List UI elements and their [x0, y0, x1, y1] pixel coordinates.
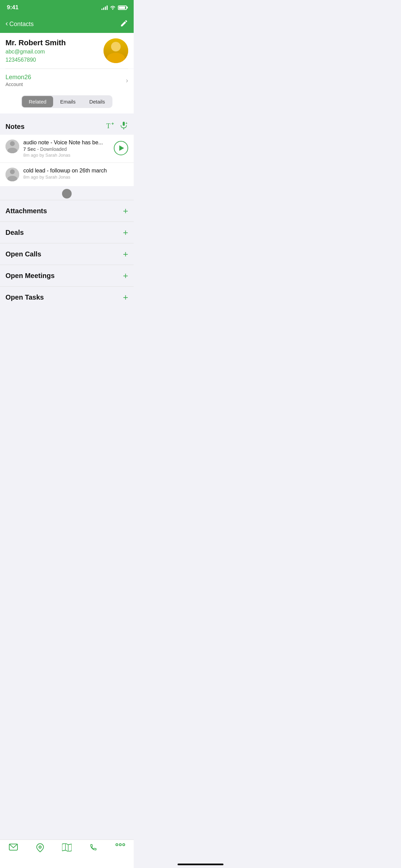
play-button[interactable]	[114, 141, 128, 155]
status-bar: 9:41	[0, 0, 134, 15]
back-button[interactable]: ‹ Contacts	[5, 21, 34, 28]
tab-container: Related Emails Details	[0, 92, 134, 113]
signal-icon	[101, 5, 108, 10]
play-icon	[119, 145, 124, 151]
svg-text:+: +	[111, 121, 114, 126]
open-tasks-section: Open Tasks +	[0, 286, 134, 308]
note-content-1: audio note - Voice Note has be... 7 Sec …	[23, 140, 110, 158]
contact-phone[interactable]: 1234567890	[5, 57, 99, 63]
note-time-2: 8m ago by Sarah Jonas	[23, 174, 128, 180]
open-tasks-title: Open Tasks	[5, 293, 44, 301]
attachments-title: Attachments	[5, 207, 47, 215]
account-label: Account	[5, 82, 31, 87]
back-label: Contacts	[9, 21, 34, 28]
contact-email[interactable]: abc@gmail.com	[5, 49, 99, 55]
battery-icon	[118, 5, 127, 10]
open-calls-section: Open Calls +	[0, 243, 134, 265]
wifi-icon	[110, 5, 116, 10]
note-item-1: audio note - Voice Note has be... 7 Sec …	[0, 135, 134, 163]
back-arrow-icon: ‹	[5, 20, 8, 27]
svg-text:T: T	[106, 122, 110, 130]
notes-actions: T + +	[106, 121, 128, 132]
note-avatar-1	[5, 140, 19, 153]
open-meetings-title: Open Meetings	[5, 272, 54, 280]
contact-name: Mr. Robert Smith	[5, 38, 99, 47]
open-calls-add-button[interactable]: +	[123, 250, 128, 258]
edit-button[interactable]	[120, 19, 128, 29]
scroll-dot	[62, 189, 72, 198]
avatar	[104, 38, 128, 63]
deals-title: Deals	[5, 229, 24, 237]
note-avatar-2	[5, 168, 19, 181]
attachments-add-button[interactable]: +	[123, 206, 128, 215]
open-meetings-section: Open Meetings +	[0, 265, 134, 286]
open-calls-title: Open Calls	[5, 250, 41, 258]
note-meta-1: 7 Sec - Downloaded	[23, 146, 110, 152]
notes-title: Notes	[5, 123, 25, 131]
note-content-2: cold lead - followup on 26th march 8m ag…	[23, 168, 128, 180]
account-row[interactable]: Lemon26 Account ›	[0, 69, 134, 92]
open-meetings-add-button[interactable]: +	[123, 271, 128, 280]
status-icons	[101, 5, 127, 10]
scroll-indicator	[0, 186, 134, 200]
note-item-2: cold lead - followup on 26th march 8m ag…	[0, 163, 134, 186]
note-title-1: audio note - Voice Note has be...	[23, 140, 110, 146]
notes-section: Notes T + +	[0, 117, 134, 186]
attachments-section: Attachments +	[0, 200, 134, 221]
svg-text:+: +	[125, 121, 127, 125]
chevron-right-icon: ›	[126, 76, 128, 84]
svg-rect-3	[123, 122, 125, 126]
voice-add-icon[interactable]: +	[119, 121, 128, 132]
note-title-2: cold lead - followup on 26th march	[23, 168, 128, 174]
notes-card: audio note - Voice Note has be... 7 Sec …	[0, 135, 134, 186]
text-add-icon[interactable]: T +	[106, 121, 114, 132]
tab-group: Related Emails Details	[21, 95, 113, 108]
open-tasks-add-button[interactable]: +	[123, 293, 128, 302]
contact-header: Mr. Robert Smith abc@gmail.com 123456789…	[0, 33, 134, 69]
tab-emails[interactable]: Emails	[53, 96, 82, 107]
note-time-1: 8m ago by Sarah Jonas	[23, 153, 110, 158]
content-area: Notes T + +	[0, 117, 134, 342]
tab-related[interactable]: Related	[22, 96, 53, 107]
nav-bar: ‹ Contacts	[0, 15, 134, 33]
svg-point-0	[112, 9, 113, 10]
deals-section: Deals +	[0, 221, 134, 243]
tab-details[interactable]: Details	[82, 96, 112, 107]
status-time: 9:41	[7, 4, 19, 11]
deals-add-button[interactable]: +	[123, 228, 128, 237]
account-name: Lemon26	[5, 74, 31, 81]
contact-info: Mr. Robert Smith abc@gmail.com 123456789…	[5, 38, 99, 63]
notes-header: Notes T + +	[0, 117, 134, 135]
